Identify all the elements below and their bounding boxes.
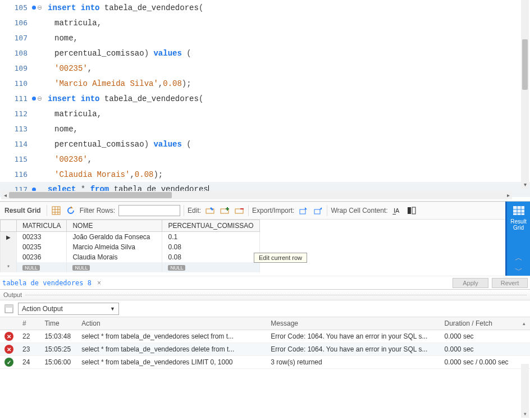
column-header[interactable]: Action	[77, 317, 266, 330]
code-line[interactable]: 109'00235',	[0, 61, 530, 76]
row-selector[interactable]: *	[1, 262, 17, 272]
close-tab-icon[interactable]: ×	[95, 279, 103, 287]
line-number: 114	[0, 140, 32, 148]
sql-editor[interactable]: 105⊖insert into tabela_de_vendedores(106…	[0, 0, 530, 201]
edit-row-icon[interactable]	[204, 205, 216, 216]
output-row[interactable]: ✓2415:06:00select * from tabela_de_vende…	[0, 356, 530, 369]
code-line[interactable]: 112matricula,	[0, 106, 530, 121]
row-selector[interactable]: ▶	[1, 232, 17, 243]
error-icon: ✕	[4, 332, 13, 341]
column-header[interactable]: #	[18, 317, 40, 330]
code-text[interactable]: '00236',	[48, 155, 92, 164]
row-selector[interactable]	[1, 242, 17, 252]
cell[interactable]: NULL	[17, 262, 67, 272]
cell[interactable]: NULL	[67, 262, 162, 272]
table-row[interactable]: ▶00233João Geraldo da Fonseca0.1	[1, 232, 260, 243]
filter-rows-input[interactable]	[118, 205, 180, 216]
revert-button[interactable]: Revert	[492, 278, 528, 288]
column-header[interactable]: PERCENTUAL_COMISSAO	[162, 220, 259, 232]
cell[interactable]: Claudia Morais	[67, 252, 162, 262]
breakpoint-dot-icon[interactable]	[32, 97, 36, 101]
scroll-down-arrow-icon[interactable]: ▾	[524, 411, 527, 417]
cell[interactable]: 00233	[17, 232, 67, 243]
output-row[interactable]: ✕2315:05:25select * from tabela_de_vende…	[0, 343, 530, 356]
export-icon[interactable]	[298, 205, 309, 216]
code-text[interactable]: matricula,	[48, 19, 102, 28]
cell[interactable]: 0.08	[162, 242, 259, 252]
result-grid-side-tab[interactable]: Result Grid ︿ ﹀	[505, 202, 530, 276]
fold-icon[interactable]: ⊖	[37, 4, 42, 11]
apply-button[interactable]: Apply	[453, 278, 488, 288]
status-cell: ✕	[0, 343, 18, 356]
code-line[interactable]: 114percentual_comissao) values (	[0, 136, 530, 152]
scrollbar-thumb[interactable]	[522, 39, 528, 90]
edit-label: Edit:	[188, 207, 201, 214]
code-text[interactable]: '00235',	[48, 64, 92, 73]
output-row[interactable]: ✕2215:03:48select * from tabela_de_vende…	[0, 330, 530, 343]
editor-vertical-scrollbar[interactable]: ▾	[521, 0, 529, 189]
cell: select * from tabela_de_vendedores delet…	[77, 343, 266, 356]
refresh-icon[interactable]	[65, 205, 76, 216]
column-header[interactable]: Time	[40, 317, 77, 330]
code-text[interactable]: insert into tabela_de_vendedores(	[48, 3, 203, 12]
table-row[interactable]: 00236Claudia Morais0.08	[1, 252, 260, 262]
code-line[interactable]: 108percentual_comissao) values (	[0, 45, 530, 61]
code-text[interactable]: percentual_comissao) values (	[48, 49, 191, 58]
code-line[interactable]: 106matricula,	[0, 15, 530, 30]
svg-rect-8	[235, 209, 243, 213]
code-text[interactable]: 'Marcio Almeida Silva',0.08);	[48, 79, 191, 88]
cell[interactable]: João Geraldo da Fonseca	[67, 232, 162, 243]
chevron-up-icon[interactable]: ︿	[515, 253, 523, 263]
row-selector[interactable]	[1, 252, 17, 262]
output-type-select[interactable]: Action Output ▼	[18, 303, 119, 315]
output-vertical-scrollbar[interactable]: ▾	[521, 364, 529, 418]
new-row[interactable]: *NULLNULLNULL	[1, 262, 260, 272]
cell[interactable]: 0.1	[162, 232, 259, 243]
delete-row-icon[interactable]	[234, 205, 245, 216]
code-text[interactable]: 'Claudia Morais',0.08);	[48, 170, 163, 179]
null-badge: NULL	[22, 265, 40, 271]
grid-view-icon[interactable]	[51, 205, 62, 216]
svg-rect-15	[408, 207, 411, 214]
column-header[interactable]: NOME	[67, 220, 162, 232]
editor-horizontal-scrollbar[interactable]: ◂ ▸	[1, 191, 512, 199]
output-pane-icon[interactable]	[3, 303, 15, 314]
cell[interactable]: 00235	[17, 242, 67, 252]
code-line[interactable]: 105⊖insert into tabela_de_vendedores(	[0, 0, 530, 15]
cell[interactable]: Marcio Almeida Silva	[67, 242, 162, 252]
code-text[interactable]: nome,	[48, 125, 78, 134]
code-line[interactable]: 113nome,	[0, 121, 530, 136]
cell[interactable]: NULL	[162, 262, 259, 272]
chevron-down-icon[interactable]: ﹀	[515, 266, 523, 276]
code-line[interactable]: 111⊖insert into tabela_de_vendedores(	[0, 91, 530, 106]
table-row[interactable]: 00235Marcio Almeida Silva0.08	[1, 242, 260, 252]
code-text[interactable]: nome,	[48, 34, 78, 43]
scroll-up-icon[interactable]: ▴	[518, 317, 530, 330]
column-header[interactable]: Message	[266, 317, 440, 330]
code-line[interactable]: 115'00236',	[0, 152, 530, 167]
add-row-icon[interactable]	[219, 205, 230, 216]
output-title: Output	[3, 291, 22, 298]
scrollbar-thumb[interactable]	[9, 192, 172, 198]
code-line[interactable]: 107nome,	[0, 30, 530, 45]
side-tab-label: Grid	[513, 225, 524, 231]
code-line[interactable]: 116'Claudia Morais',0.08);	[0, 167, 530, 182]
code-line[interactable]: 110'Marcio Almeida Silva',0.08);	[0, 76, 530, 91]
cell[interactable]: 00236	[17, 252, 67, 262]
code-text[interactable]: insert into tabela_de_vendedores(	[48, 94, 203, 103]
code-text[interactable]: matricula,	[48, 109, 102, 118]
fold-icon[interactable]: ⊖	[37, 95, 42, 102]
column-header[interactable]: MATRICULA	[17, 220, 67, 232]
scroll-left-arrow-icon[interactable]: ◂	[1, 192, 9, 198]
import-icon[interactable]	[312, 205, 323, 216]
code-text[interactable]: percentual_comissao) values (	[48, 140, 191, 149]
toggle-panel-icon[interactable]	[406, 205, 417, 216]
breakpoint-dot-icon[interactable]	[32, 6, 36, 10]
column-header[interactable]: Duration / Fetch	[440, 317, 518, 330]
wrap-cell-icon[interactable]: I̲A	[391, 205, 403, 216]
cell[interactable]: 0.08	[162, 252, 259, 262]
scroll-down-arrow-icon[interactable]: ▾	[521, 181, 529, 188]
result-grid-table[interactable]: MATRICULA NOME PERCENTUAL_COMISSAO ▶0023…	[0, 220, 260, 272]
result-tab[interactable]: tabela de vendedores 8	[2, 279, 92, 287]
scroll-right-arrow-icon[interactable]: ▸	[504, 192, 512, 198]
